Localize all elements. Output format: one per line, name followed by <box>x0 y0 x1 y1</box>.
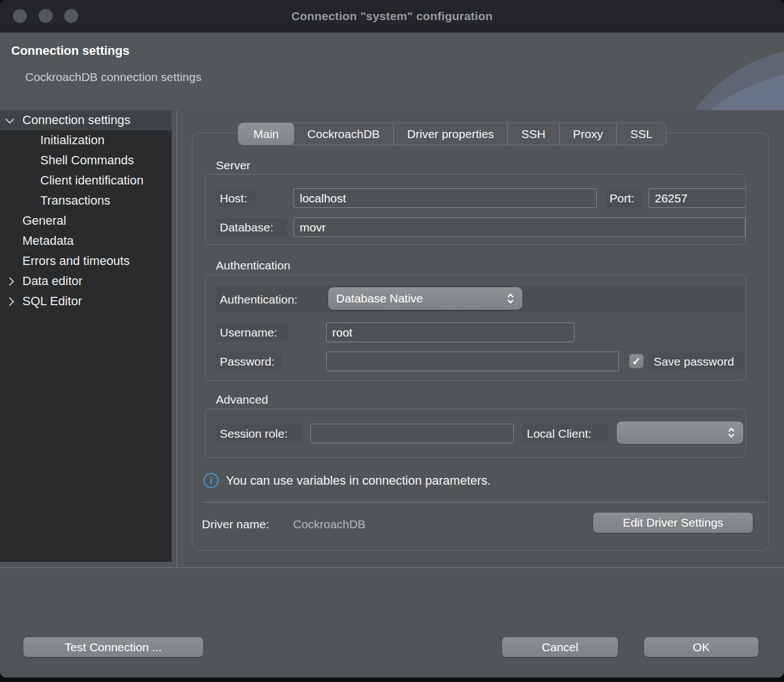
sidebar-item-initialization[interactable]: Initialization <box>0 130 172 150</box>
main-tab-panel: Server Host: Port: Database: Authenticat… <box>192 132 769 551</box>
updown-chevron-icon <box>728 427 735 439</box>
page-title: Connection settings <box>11 44 129 58</box>
decorative-swoosh <box>672 48 784 110</box>
updown-chevron-icon <box>507 292 514 305</box>
dialog-footer: Test Connection ... Cancel OK <box>0 567 784 678</box>
connection-tabs: Main CockroachDB Driver properties SSH P… <box>238 122 667 145</box>
window-title: Connection "system" configuration <box>0 10 784 23</box>
edit-driver-settings-button[interactable]: Edit Driver Settings <box>593 513 753 533</box>
save-password-checkbox[interactable]: ✓ <box>629 354 644 368</box>
driver-name-value: CockroachDB <box>293 518 366 531</box>
settings-tree: Connection settings Initialization Shell… <box>0 110 172 562</box>
sidebar-item-client-identification[interactable]: Client identification <box>0 170 172 191</box>
save-password-label: Save password <box>649 352 746 371</box>
sidebar-item-general[interactable]: General <box>0 211 172 231</box>
advanced-section-title: Advanced <box>216 393 268 406</box>
username-label: Username: <box>215 323 287 342</box>
database-input[interactable] <box>294 217 745 237</box>
session-role-input[interactable] <box>310 424 514 443</box>
database-label: Database: <box>215 218 287 236</box>
settings-sidebar: Connection settings Initialization Shell… <box>0 110 177 567</box>
ok-button[interactable]: OK <box>644 637 758 657</box>
connection-config-dialog: Connection "system" configuration Connec… <box>0 0 784 678</box>
host-input[interactable] <box>294 188 597 208</box>
authentication-section-title: Authentication <box>216 259 290 272</box>
server-section-title: Server <box>216 159 251 172</box>
authentication-dropdown[interactable]: Database Native <box>328 287 522 310</box>
host-label: Host: <box>215 189 256 207</box>
password-label: Password: <box>215 352 283 371</box>
authentication-groupbox: Authentication: Database Native Username… <box>205 274 746 381</box>
advanced-groupbox: Session role: Local Client: <box>205 409 746 458</box>
chevron-right-icon[interactable] <box>6 277 15 286</box>
tab-main[interactable]: Main <box>238 123 294 145</box>
test-connection-button[interactable]: Test Connection ... <box>23 637 203 657</box>
tab-cockroachdb[interactable]: CockroachDB <box>294 123 394 145</box>
sidebar-item-data-editor[interactable]: Data editor <box>0 271 172 291</box>
sidebar-item-transactions[interactable]: Transactions <box>0 191 172 211</box>
title-bar: Connection "system" configuration <box>0 0 784 32</box>
settings-content: Main CockroachDB Driver properties SSH P… <box>177 110 784 567</box>
local-client-dropdown[interactable] <box>617 421 743 444</box>
tab-ssl[interactable]: SSL <box>616 123 666 145</box>
sidebar-item-connection-settings[interactable]: Connection settings <box>0 110 172 130</box>
sidebar-item-sql-editor[interactable]: SQL Editor <box>0 291 172 311</box>
port-label: Port: <box>605 189 643 207</box>
page-subtitle: CockroachDB connection settings <box>25 70 201 84</box>
sidebar-item-errors-and-timeouts[interactable]: Errors and timeouts <box>0 251 172 271</box>
dialog-header: Connection settings CockroachDB connecti… <box>0 32 784 110</box>
local-client-label: Local Client: <box>522 424 608 443</box>
tab-proxy[interactable]: Proxy <box>559 123 617 145</box>
variables-hint-text: You can use variables in connection para… <box>226 473 491 488</box>
driver-name-label: Driver name: <box>202 518 269 531</box>
port-input[interactable] <box>649 188 746 208</box>
info-icon: i <box>204 473 219 488</box>
username-input[interactable] <box>326 323 574 342</box>
server-groupbox: Host: Port: Database: <box>205 174 746 245</box>
sidebar-item-shell-commands[interactable]: Shell Commands <box>0 150 172 170</box>
tab-ssh[interactable]: SSH <box>507 123 559 145</box>
chevron-right-icon[interactable] <box>6 297 15 306</box>
session-role-label: Session role: <box>215 424 301 443</box>
divider <box>202 502 767 503</box>
authentication-label: Authentication: <box>215 290 314 309</box>
chevron-down-icon[interactable] <box>6 115 15 124</box>
tab-driver-properties[interactable]: Driver properties <box>393 123 507 145</box>
password-input[interactable] <box>326 352 619 371</box>
sidebar-item-metadata[interactable]: Metadata <box>0 231 172 251</box>
cancel-button[interactable]: Cancel <box>502 637 618 657</box>
